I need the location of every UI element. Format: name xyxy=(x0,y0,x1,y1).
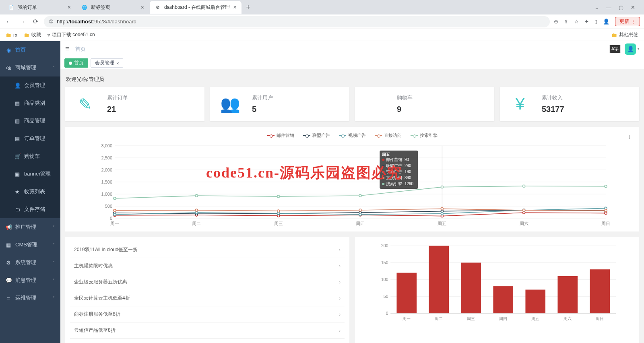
bookmark-rx[interactable]: 🖿rx xyxy=(6,32,17,38)
svg-point-51 xyxy=(277,195,280,198)
hamburger-icon[interactable]: ≡ xyxy=(65,45,70,53)
back-button[interactable]: ← xyxy=(4,17,14,27)
bookmark-other[interactable]: 🖿其他书签 xyxy=(611,31,638,38)
legend-item[interactable]: 联盟广告 xyxy=(303,132,330,138)
topbar: ≡ 首页 A字 👤 ▾ xyxy=(60,41,644,57)
avatar[interactable]: 👤 xyxy=(625,43,636,55)
legend-item[interactable]: 直接访问 xyxy=(375,132,402,138)
svg-rect-82 xyxy=(429,246,449,314)
forward-button[interactable]: → xyxy=(18,17,27,27)
svg-text:联盟广告: 290: 联盟广告: 290 xyxy=(386,163,411,168)
promo-row-3[interactable]: 全民云计算云主机低至4折› xyxy=(70,290,345,306)
update-button[interactable]: 更新⋮ xyxy=(615,17,640,26)
sidebar-item-group-1[interactable]: ▦CMS管理˅ xyxy=(0,236,60,254)
stat-value: 9 xyxy=(397,105,413,114)
chevron-down-icon[interactable]: ▾ xyxy=(638,47,639,51)
url-input[interactable]: ① http://localhost:9528/#/dashboard xyxy=(44,16,550,27)
sidebar-item-mall-2[interactable]: ▥商品管理 xyxy=(0,112,60,130)
promo-label: 全民云计算云主机低至4折 xyxy=(74,295,130,302)
svg-text:周二: 周二 xyxy=(435,316,443,321)
legend-item[interactable]: 邮件营销 xyxy=(267,132,294,138)
sidebar-item-mall-4[interactable]: 🛒购物车 xyxy=(0,147,60,165)
line-chart-panel: ⤓ 邮件营销联盟广告视频广告直接访问搜索引擎 05001,0001,5002,0… xyxy=(65,127,639,231)
sidebar-item-home[interactable]: ◉ 首页 xyxy=(0,41,60,59)
sidebar-item-mall-5[interactable]: ▣banner管理 xyxy=(0,165,60,183)
bookmark-fav[interactable]: 🖿收藏 xyxy=(24,31,41,38)
menu-icon: 💬 xyxy=(6,277,11,283)
promo-row-5[interactable]: 云短信产品低至8折› xyxy=(70,322,345,339)
panel-icon[interactable]: ▯ xyxy=(594,19,597,25)
sidebar-item-mall-0[interactable]: 👤会员管理 xyxy=(0,76,60,94)
browser-tab-2[interactable]: ⚙ dashboard - 在线商城后台管理 × xyxy=(150,1,242,14)
close-icon[interactable]: × xyxy=(68,4,71,10)
bookmark-dl[interactable]: ▿项目下载:code51.cn xyxy=(47,31,95,38)
reload-button[interactable]: ⟳ xyxy=(31,16,40,27)
svg-text:周五: 周五 xyxy=(382,152,390,157)
minimize-icon[interactable]: ― xyxy=(606,4,611,10)
star-icon[interactable]: ☆ xyxy=(574,19,579,25)
browser-tab-1[interactable]: 🌐 新标签页 × xyxy=(76,1,149,14)
close-icon[interactable]: × xyxy=(233,4,236,10)
svg-text:1,000: 1,000 xyxy=(101,192,112,196)
menu-icon: ⚙ xyxy=(6,260,11,266)
svg-text:周三: 周三 xyxy=(274,221,283,226)
search-icon[interactable]: ⊕ xyxy=(554,19,558,25)
svg-text:50: 50 xyxy=(384,294,388,299)
address-bar: ← → ⟳ ① http://localhost:9528/#/dashboar… xyxy=(0,14,644,29)
welcome-text: 欢迎光临:管理员 xyxy=(65,74,639,87)
promo-row-1[interactable]: 主机爆款限时优惠› xyxy=(70,258,345,274)
svg-point-37 xyxy=(277,212,280,215)
tab-member[interactable]: 会员管理 × xyxy=(91,58,123,68)
promo-label: 2019双11All in cloud低至一折 xyxy=(74,246,138,253)
legend-item[interactable]: 搜索引擎 xyxy=(411,132,438,138)
svg-point-44 xyxy=(277,210,280,212)
svg-point-45 xyxy=(359,209,361,211)
sidebar-item-label: 会员管理 xyxy=(24,82,45,89)
promo-row-4[interactable]: 商标注册服务低至8折› xyxy=(70,306,345,322)
close-icon[interactable]: × xyxy=(116,61,119,66)
sidebar-item-mall-6[interactable]: ★收藏列表 xyxy=(0,183,60,200)
chart-legend: 邮件营销联盟广告视频广告直接访问搜索引擎 xyxy=(71,132,634,138)
share-icon[interactable]: ⇪ xyxy=(564,19,568,25)
add-tab-button[interactable]: + xyxy=(242,3,255,12)
sidebar-item-label: 系统管理 xyxy=(15,259,36,266)
sidebar-item-mall[interactable]: 🛍 商城管理 ˄ xyxy=(0,59,60,76)
sidebar-item-group-4[interactable]: ≡运维管理˅ xyxy=(0,289,60,307)
svg-point-50 xyxy=(195,194,198,197)
chevron-down-icon[interactable]: ⌄ xyxy=(594,4,599,10)
close-icon[interactable]: × xyxy=(141,4,144,10)
svg-rect-88 xyxy=(525,289,545,313)
sidebar-item-label: banner管理 xyxy=(24,170,51,178)
stat-card-0: ✎ 累计订单 21 xyxy=(65,87,204,121)
sidebar-item-mall-1[interactable]: ▦商品类别 xyxy=(0,94,60,112)
svg-text:0: 0 xyxy=(110,216,112,221)
close-window-icon[interactable]: ✕ xyxy=(631,4,635,10)
promo-row-0[interactable]: 2019双11All in cloud低至一折› xyxy=(70,242,345,258)
sidebar-item-mall-3[interactable]: ▤订单管理 xyxy=(0,130,60,147)
sidebar-item-mall-7[interactable]: 🗀文件存储 xyxy=(0,200,60,218)
extensions-icon[interactable]: ✦ xyxy=(584,19,589,25)
menu-icon: 🗀 xyxy=(14,207,20,213)
sidebar-item-group-2[interactable]: ⚙系统管理˅ xyxy=(0,254,60,271)
sidebar-item-label: 商品管理 xyxy=(24,117,45,124)
download-icon[interactable]: ⤓ xyxy=(627,134,632,141)
menu-icon: ▥ xyxy=(14,118,20,124)
svg-text:直接访问: 390: 直接访问: 390 xyxy=(386,176,411,180)
sidebar-item-group-0[interactable]: 📢推广管理˅ xyxy=(0,218,60,236)
window-controls: ⌄ ― ▢ ✕ xyxy=(589,4,641,10)
menu-icon: ★ xyxy=(14,189,20,195)
bar-chart: 050100150200周一周二周三周四周五周六周日 xyxy=(360,242,634,322)
stat-cards: ✎ 累计订单 21 👥 累计用户 5 购物车 9 ¥ 累计收入 53177 xyxy=(65,87,639,121)
stat-label: 累计订单 xyxy=(107,94,128,101)
svg-point-48 xyxy=(605,209,607,212)
promo-row-2[interactable]: 企业级云服务器五折优惠› xyxy=(70,274,345,290)
browser-tab-0[interactable]: 📄 我的订单 × xyxy=(3,1,76,14)
maximize-icon[interactable]: ▢ xyxy=(619,4,623,10)
sidebar-item-group-3[interactable]: 💬消息管理˅ xyxy=(0,271,60,289)
tab-home[interactable]: 首页 xyxy=(64,58,88,68)
profile-icon[interactable]: 👤 xyxy=(603,19,609,25)
chevron-right-icon: › xyxy=(339,279,341,285)
svg-text:周日: 周日 xyxy=(596,316,604,321)
language-button[interactable]: A字 xyxy=(609,45,621,53)
legend-item[interactable]: 视频广告 xyxy=(339,132,366,138)
